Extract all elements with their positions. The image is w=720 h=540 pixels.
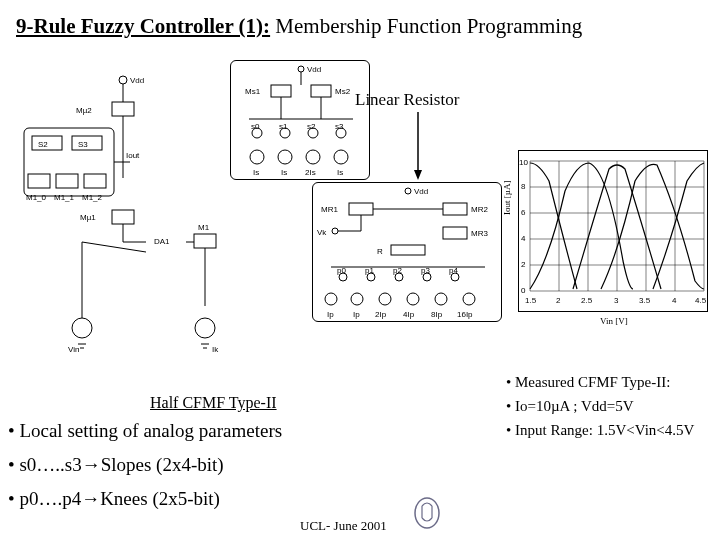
svg-point-55 bbox=[351, 293, 363, 305]
cm-vk: Vk bbox=[317, 228, 327, 237]
linear-resistor-arrow bbox=[412, 112, 432, 182]
cm-p0: p0 bbox=[337, 266, 346, 275]
bullet-measured: • Measured CFMF Type-II: bbox=[506, 370, 694, 394]
plot-xlabel: Vin [V] bbox=[600, 316, 628, 326]
lbl-mmu1: Mµ1 bbox=[80, 213, 96, 222]
svg-point-36 bbox=[334, 150, 348, 164]
plot-ylabel: Iout [µA] bbox=[502, 181, 512, 215]
svg-point-35 bbox=[306, 150, 320, 164]
svg-rect-47 bbox=[391, 245, 425, 255]
bullet-local: • Local setting of analog parameters bbox=[8, 420, 282, 442]
ct-ms2: Ms2 bbox=[335, 87, 351, 96]
yt3: 6 bbox=[521, 208, 526, 217]
svg-rect-7 bbox=[28, 174, 50, 188]
yt2: 4 bbox=[521, 234, 526, 243]
svg-point-43 bbox=[332, 228, 338, 234]
svg-point-57 bbox=[407, 293, 419, 305]
lbl-vin: Vin bbox=[68, 345, 79, 354]
yt5: 10 bbox=[519, 158, 528, 167]
lbl-m10: M1_0 bbox=[26, 193, 47, 202]
svg-point-34 bbox=[278, 150, 292, 164]
cm-ip0: Ip bbox=[327, 310, 334, 319]
ct-2is: 2Is bbox=[305, 168, 316, 177]
svg-rect-4 bbox=[24, 128, 114, 196]
svg-point-58 bbox=[435, 293, 447, 305]
ct-s1: s1 bbox=[279, 122, 288, 131]
half-cfmf-label: Half CFMF Type-II bbox=[150, 394, 277, 412]
svg-rect-40 bbox=[349, 203, 373, 215]
cm-2ip: 2Ip bbox=[375, 310, 387, 319]
ct-s3: s3 bbox=[335, 122, 344, 131]
cm-mr3: MR3 bbox=[471, 229, 488, 238]
lbl-m11: M1_1 bbox=[54, 193, 75, 202]
svg-rect-11 bbox=[112, 210, 134, 224]
xt0: 1.5 bbox=[525, 296, 537, 305]
svg-rect-15 bbox=[194, 234, 216, 248]
svg-point-39 bbox=[405, 188, 411, 194]
cm-p3: p3 bbox=[421, 266, 430, 275]
circuit-mid-svg: Vdd MR1 MR2 Vk MR3 R p0 p1 p2 p3 p4 Ip I… bbox=[313, 183, 503, 323]
cm-vdd: Vdd bbox=[414, 187, 428, 196]
xt5: 4 bbox=[672, 296, 677, 305]
right-bullets: • Measured CFMF Type-II: • Io=10µA ; Vdd… bbox=[506, 370, 694, 442]
svg-rect-8 bbox=[56, 174, 78, 188]
cm-8ip: 8Ip bbox=[431, 310, 443, 319]
ct-s2: s2 bbox=[307, 122, 316, 131]
yt1: 2 bbox=[521, 260, 526, 269]
svg-line-20 bbox=[82, 242, 146, 252]
lbl-s2: S2 bbox=[38, 140, 48, 149]
yt4: 8 bbox=[521, 182, 526, 191]
lbl-mmu2: Mµ2 bbox=[76, 106, 92, 115]
lbl-m12: M1_2 bbox=[82, 193, 103, 202]
svg-point-18 bbox=[72, 318, 92, 338]
cm-r: R bbox=[377, 247, 383, 256]
svg-point-22 bbox=[298, 66, 304, 72]
cm-16ip: 16Ip bbox=[457, 310, 473, 319]
footer-text: UCL- June 2001 bbox=[300, 518, 387, 534]
xt1: 2 bbox=[556, 296, 561, 305]
ucl-logo-icon bbox=[413, 496, 441, 530]
lbl-vdd: Vdd bbox=[130, 76, 144, 85]
lbl-da1: DA1 bbox=[154, 237, 170, 246]
xt3: 3 bbox=[614, 296, 619, 305]
cm-p4: p4 bbox=[449, 266, 458, 275]
membership-plot: 1.5 2 2.5 3 3.5 4 4.5 0 2 4 6 8 10 bbox=[518, 150, 708, 312]
svg-rect-46 bbox=[443, 227, 467, 239]
svg-rect-2 bbox=[112, 102, 134, 116]
ct-is0: Is bbox=[253, 168, 259, 177]
svg-point-56 bbox=[379, 293, 391, 305]
cm-4ip: 4Ip bbox=[403, 310, 415, 319]
slide-title: 9-Rule Fuzzy Controller (1): Membership … bbox=[16, 14, 582, 39]
lbl-m1: M1 bbox=[198, 223, 210, 232]
svg-point-0 bbox=[119, 76, 127, 84]
svg-rect-41 bbox=[443, 203, 467, 215]
svg-point-21 bbox=[195, 318, 215, 338]
bullet-knees: • p0….p4→Knees (2x5-bit) bbox=[8, 488, 220, 510]
lbl-ik: Ik bbox=[212, 345, 219, 354]
cm-p2: p2 bbox=[393, 266, 402, 275]
ct-ms1: Ms1 bbox=[245, 87, 261, 96]
cm-p1: p1 bbox=[365, 266, 374, 275]
ct-is3: Is bbox=[337, 168, 343, 177]
ct-is1: Is bbox=[281, 168, 287, 177]
circuit-mid-box: Vdd MR1 MR2 Vk MR3 R p0 p1 p2 p3 p4 Ip I… bbox=[312, 182, 502, 322]
yt0: 0 bbox=[521, 286, 526, 295]
ct-vdd: Vdd bbox=[307, 65, 321, 74]
cm-mr2: MR2 bbox=[471, 205, 488, 214]
xt4: 3.5 bbox=[639, 296, 651, 305]
svg-rect-24 bbox=[271, 85, 291, 97]
lbl-iout: Iout bbox=[126, 151, 140, 160]
xt2: 2.5 bbox=[581, 296, 593, 305]
circuit-top-box: Vdd Ms1 Ms2 s0 s1 s2 s3 Is Is 2Is Is bbox=[230, 60, 370, 180]
cm-ip1: Ip bbox=[353, 310, 360, 319]
bullet-slopes: • s0…..s3→Slopes (2x4-bit) bbox=[8, 454, 224, 476]
svg-point-59 bbox=[463, 293, 475, 305]
svg-marker-38 bbox=[414, 170, 422, 180]
lbl-s3: S3 bbox=[78, 140, 88, 149]
svg-rect-9 bbox=[84, 174, 106, 188]
bullet-range: • Input Range: 1.5V<Vin<4.5V bbox=[506, 418, 694, 442]
bullet-io: • Io=10µA ; Vdd=5V bbox=[506, 394, 694, 418]
linear-resistor-label: Linear Resistor bbox=[355, 90, 459, 110]
title-underlined: 9-Rule Fuzzy Controller (1): bbox=[16, 14, 270, 38]
circuit-top-svg: Vdd Ms1 Ms2 s0 s1 s2 s3 Is Is 2Is Is bbox=[231, 61, 371, 181]
